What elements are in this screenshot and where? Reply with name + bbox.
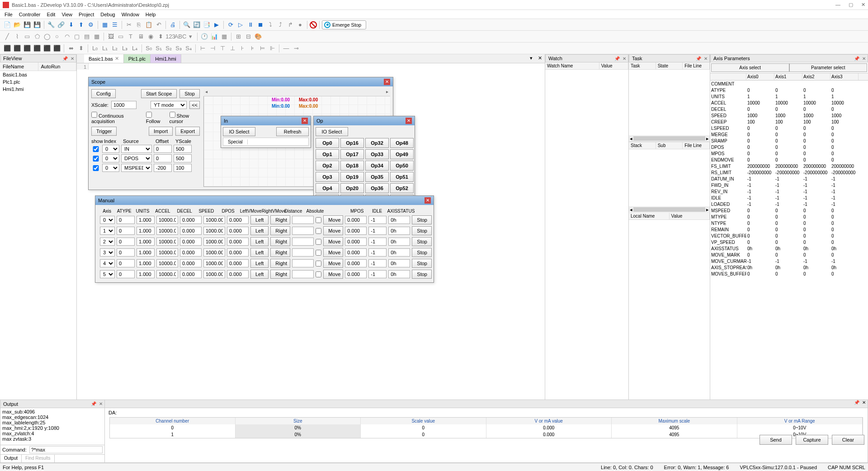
atype-input[interactable]: [117, 216, 135, 224]
idle-input[interactable]: [368, 238, 387, 246]
mpos-input[interactable]: [345, 216, 367, 224]
tab-find[interactable]: Find Results: [22, 455, 55, 462]
axis-select[interactable]: 3: [100, 248, 115, 257]
close-icon[interactable]: ✕: [861, 2, 865, 8]
mpos-input[interactable]: [345, 270, 367, 278]
start-scope-button[interactable]: Start Scope: [141, 89, 177, 98]
bookmark-icon[interactable]: 📑: [202, 20, 211, 29]
h1-icon[interactable]: ⊢: [198, 44, 207, 53]
left-button[interactable]: Left: [250, 215, 269, 224]
menu-file[interactable]: File: [2, 11, 15, 18]
connector-icon[interactable]: ⊸: [292, 44, 301, 53]
mpos-input[interactable]: [345, 227, 367, 235]
align-right-icon[interactable]: ⬛: [23, 44, 32, 53]
axis-row[interactable]: IDLE-1-1-1-1: [710, 195, 868, 201]
tree-icon[interactable]: ☰: [110, 20, 119, 29]
table-icon[interactable]: ▦: [220, 32, 229, 41]
config-button[interactable]: Config: [91, 89, 116, 98]
dash-icon[interactable]: —: [282, 44, 291, 53]
menu-edit[interactable]: Edit: [44, 11, 58, 18]
display-icon[interactable]: 🖥: [136, 32, 145, 41]
op-button[interactable]: Op49: [390, 149, 414, 159]
stepover-icon[interactable]: ⤴: [276, 20, 285, 29]
file-row[interactable]: Hmi1.hmi: [0, 86, 76, 93]
left-button[interactable]: Left: [250, 248, 269, 257]
axis-select[interactable]: 1: [100, 227, 115, 235]
axis-row[interactable]: ACCEL10000100001000010000: [710, 100, 868, 106]
absolute-check[interactable]: [316, 271, 321, 277]
pin-icon[interactable]: 📌: [614, 56, 620, 61]
tab-basic1[interactable]: Basic1.bas✕: [84, 54, 124, 63]
send-button[interactable]: Send: [760, 435, 792, 445]
speed-input[interactable]: [203, 259, 225, 267]
speed-input[interactable]: [203, 248, 225, 257]
close-icon[interactable]: ✕: [406, 118, 412, 124]
align-center-icon[interactable]: ⬛: [13, 44, 22, 53]
stop-button[interactable]: Stop: [412, 270, 432, 279]
stop-scope-button[interactable]: Stop: [179, 89, 200, 98]
decel-input[interactable]: [180, 270, 202, 278]
capture-button[interactable]: Capture: [796, 435, 828, 445]
l3-icon[interactable]: L₃: [120, 44, 129, 53]
axis-row[interactable]: SRAMP0000: [710, 138, 868, 144]
axis-row[interactable]: CREEP100100100100: [710, 119, 868, 125]
pin-icon[interactable]: 📌: [854, 400, 859, 405]
offset-input[interactable]: [154, 154, 172, 162]
stepout-icon[interactable]: ↱: [286, 20, 295, 29]
minimize-icon[interactable]: —: [835, 2, 840, 8]
axis-row[interactable]: LSPEED0000: [710, 125, 868, 131]
index-select[interactable]: 0: [102, 145, 119, 153]
run-icon[interactable]: ▷: [236, 20, 245, 29]
op-button[interactable]: Op33: [365, 149, 389, 159]
close-panel-icon[interactable]: ✕: [99, 401, 103, 406]
ungroup-icon[interactable]: ⊟: [244, 32, 253, 41]
index-select[interactable]: 0: [102, 164, 119, 172]
axis-select[interactable]: 4: [100, 259, 115, 267]
axis-row[interactable]: DECEL0000: [710, 106, 868, 112]
axis-row[interactable]: MOVES_BUFFERED0000: [710, 271, 868, 277]
slider-icon[interactable]: ⬍: [156, 32, 165, 41]
units-input[interactable]: [137, 248, 155, 257]
l0-icon[interactable]: L₀: [90, 44, 99, 53]
grid-icon[interactable]: ▦: [100, 20, 109, 29]
num-icon[interactable]: 123: [166, 32, 175, 41]
maximize-icon[interactable]: ▢: [849, 2, 853, 8]
op-button[interactable]: Op32: [365, 138, 389, 148]
move-button[interactable]: Move: [323, 259, 343, 268]
units-input[interactable]: [137, 238, 155, 246]
atype-input[interactable]: [117, 248, 135, 257]
fill-icon[interactable]: ▤: [82, 32, 91, 41]
accel-input[interactable]: [156, 216, 178, 224]
op-button[interactable]: Op4: [316, 183, 339, 193]
dropdown-icon[interactable]: ▾: [186, 32, 195, 41]
menu-project[interactable]: Project: [76, 11, 97, 18]
menu-controller[interactable]: Controller: [16, 11, 43, 18]
axis-row[interactable]: ENDMOVE0000: [710, 157, 868, 163]
dpos-input[interactable]: [227, 238, 249, 246]
saveall-icon[interactable]: 💾: [33, 20, 42, 29]
tab-output[interactable]: Output: [0, 455, 22, 462]
axis-row[interactable]: NTYPE0000: [710, 220, 868, 226]
speed-input[interactable]: [203, 216, 225, 224]
mpos-input[interactable]: [345, 238, 367, 246]
align-bot-icon[interactable]: ⬛: [52, 44, 61, 53]
dpos-input[interactable]: [227, 270, 249, 278]
export-button[interactable]: Export: [175, 127, 200, 136]
import-button[interactable]: Import: [149, 127, 173, 136]
cont-check[interactable]: Continuous acquisition: [91, 112, 142, 124]
mode-select[interactable]: YT mode: [151, 101, 187, 109]
show-check[interactable]: [91, 156, 100, 162]
h3-icon[interactable]: ⊤: [218, 44, 227, 53]
axis-row[interactable]: REV_IN-1-1-1-1: [710, 188, 868, 195]
axis-row[interactable]: UNITS1111: [710, 93, 868, 100]
h5-icon[interactable]: ⊦: [238, 44, 247, 53]
axis-row[interactable]: AXIS_STOPREASON0h0h0h0h: [710, 264, 868, 271]
axis-row[interactable]: MOVE_MARK0000: [710, 252, 868, 258]
idle-input[interactable]: [368, 216, 387, 224]
s1-icon[interactable]: S₁: [154, 44, 163, 53]
accel-input[interactable]: [156, 259, 178, 267]
nostop-icon[interactable]: [310, 21, 317, 29]
stop-button[interactable]: Stop: [412, 259, 432, 268]
axis-row[interactable]: REMAIN0000: [710, 226, 868, 233]
speed-input[interactable]: [203, 227, 225, 235]
